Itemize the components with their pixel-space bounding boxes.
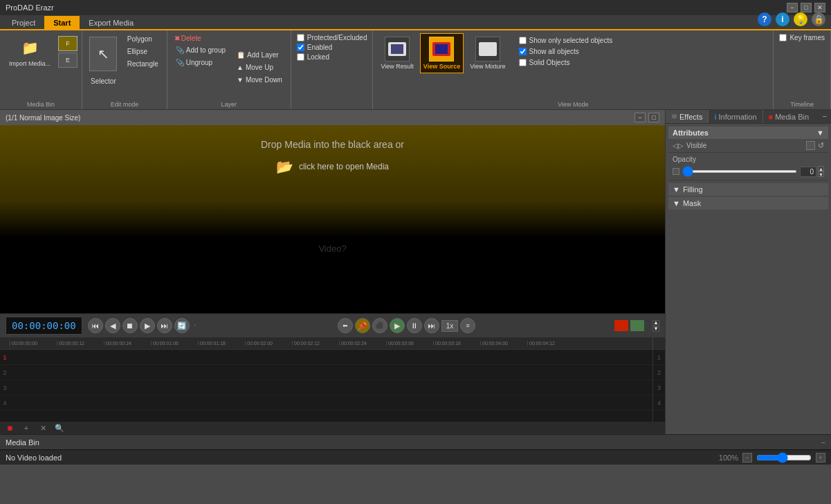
information-tab[interactable]: i Information	[709, 110, 762, 123]
side-controls: ▲ ▼	[652, 320, 659, 332]
view-result-button[interactable]: View Result	[377, 33, 417, 73]
protected-excluded-check[interactable]: Protected/Excluded	[295, 33, 369, 42]
jump-start-btn[interactable]: ⬅	[338, 318, 353, 333]
import-media-button[interactable]: 📁 Import Media...	[4, 33, 55, 71]
enabled-check[interactable]: Enabled	[295, 43, 369, 52]
tab-project[interactable]: Project	[3, 16, 44, 29]
pause-btn[interactable]: ⏸	[407, 318, 422, 333]
visible-refresh[interactable]: ↺	[818, 141, 824, 150]
media-bin-e-btn[interactable]: E	[58, 53, 77, 68]
statusbar: No Video loaded 100% − +	[0, 449, 831, 465]
loop-btn[interactable]: 🔄	[174, 318, 190, 333]
ellipse-tool[interactable]: Ellipse	[123, 46, 163, 57]
more-btn[interactable]: ≡	[460, 318, 475, 333]
attributes-collapse-icon: ▼	[816, 129, 824, 137]
tick-2: 00:00:00:24	[104, 341, 151, 346]
ribbon-group-media-bin: 📁 Import Media... F E Media Bin	[0, 30, 82, 109]
transport-center-btns: ⬅ 📌 ⬛ ▶ ⏸ ⏭ 1x ≡	[338, 318, 476, 333]
fast-forward-btn[interactable]: ⏭	[157, 318, 172, 333]
delete-button[interactable]: ✖ Delete	[172, 33, 230, 44]
ribbon-timeline-content: Key frames	[778, 33, 826, 100]
effects-tab[interactable]: ≋ Effects	[666, 110, 709, 123]
layer-left: ✖ Delete 📎 Add to group 📎 Ungroup	[172, 33, 230, 68]
next-clip-btn[interactable]: ⏭	[424, 318, 439, 333]
stop-btn[interactable]: ⏹	[122, 318, 138, 333]
polygon-tool[interactable]: Polygon	[123, 33, 163, 45]
prev-frame-btn[interactable]: ⏮	[88, 318, 103, 333]
move-up-button[interactable]: ▲ Move Up	[232, 62, 286, 73]
solid-objects-check[interactable]: Solid Objects	[518, 58, 614, 67]
timeline-tool-record[interactable]: ⏺	[4, 422, 15, 433]
tab-start[interactable]: Start	[44, 16, 80, 29]
view-result-icon	[385, 37, 410, 62]
tab-export[interactable]: Export Media	[80, 16, 143, 29]
preview-minimize-btn[interactable]: −	[634, 113, 646, 122]
visible-checkbox[interactable]	[806, 141, 815, 150]
opacity-slider[interactable]	[682, 170, 797, 173]
marker-out-btn[interactable]	[630, 320, 644, 331]
preview-maximize-btn[interactable]: □	[648, 113, 659, 122]
show-all-check[interactable]: Show all objects	[518, 47, 614, 56]
help-icon-tip[interactable]: 💡	[794, 12, 807, 26]
edit-mode-right: Polygon Ellipse Rectangle	[123, 33, 163, 70]
move-down-button[interactable]: ▼ Move Down	[232, 74, 286, 86]
track-content-area	[10, 350, 652, 422]
mask-label: Mask	[683, 199, 701, 207]
jump-btn[interactable]: ⬛	[372, 318, 387, 333]
forward-btn[interactable]: ▶	[140, 318, 155, 333]
main-area: (1/1 Normal Image Size) − □ Drop Media i…	[0, 110, 831, 449]
properties-col: Protected/Excluded Enabled Locked	[295, 33, 369, 62]
timeline-tool-remove[interactable]: ✕	[37, 422, 48, 433]
zoom-in-btn[interactable]: +	[816, 453, 825, 463]
show-only-selected-check[interactable]: Show only selected objects	[518, 36, 614, 45]
add-layer-button[interactable]: 📋 Add Layer	[232, 49, 286, 61]
play-btn[interactable]: ▶	[390, 318, 405, 333]
ribbon-group-timeline: Key frames Timeline	[774, 30, 831, 109]
help-icon-info[interactable]: i	[776, 12, 789, 26]
speed-button[interactable]: 1x	[441, 320, 459, 332]
media-bin-tab-icon: ■	[769, 113, 774, 121]
rectangle-tool[interactable]: Rectangle	[123, 58, 163, 70]
right-panel-close-btn[interactable]: −	[819, 110, 831, 123]
selector-label[interactable]: Selector	[86, 75, 120, 87]
view-mixture-button[interactable]: View Mixture	[466, 33, 509, 73]
zoom-out-btn[interactable]: −	[742, 453, 752, 463]
tick-0: 00:00:00:00	[10, 341, 57, 346]
tick-8: 00:00:03:06	[386, 341, 433, 346]
edit-mode-left: ↖ Selector	[86, 33, 120, 87]
selector-tool[interactable]: ↖	[89, 37, 117, 71]
zoom-slider[interactable]	[756, 452, 812, 463]
view-source-button[interactable]: View Source	[420, 33, 464, 73]
media-bin-tab[interactable]: ■ Media Bin	[763, 110, 815, 123]
video-placeholder-area: Video?	[318, 183, 346, 313]
opacity-up[interactable]: ▲	[818, 166, 824, 171]
collapse-btn[interactable]: ▼	[652, 326, 659, 332]
clip-mark-btn[interactable]: 📌	[355, 318, 370, 333]
timeline-bottom-tools: ⏺ + ✕ 🔍	[0, 422, 665, 434]
attributes-header[interactable]: Attributes ▼	[668, 127, 828, 139]
add-to-group-button[interactable]: 📎 Add to group	[172, 44, 230, 56]
help-icon-question[interactable]: ?	[758, 12, 771, 26]
media-bin-collapse-btn[interactable]: −	[821, 438, 825, 447]
keyframes-check[interactable]: Key frames	[778, 33, 826, 42]
open-media-button[interactable]: 📂 click here to open Media	[276, 158, 389, 175]
marker-in-btn[interactable]	[614, 320, 628, 331]
filling-row[interactable]: ▼ Filling	[668, 183, 828, 196]
opacity-handle[interactable]	[673, 168, 679, 175]
expand-btn[interactable]: ▲	[652, 320, 659, 326]
media-bin-f-btn[interactable]: F	[58, 36, 77, 51]
track-content-3	[10, 380, 652, 395]
transport-left-btns: ⏮ ◀ ⏹ ▶ ⏭ 🔄 *	[88, 318, 199, 333]
mask-row[interactable]: ▼ Mask	[668, 197, 828, 209]
transport-controls: 00:00:00:00 ⏮ ◀ ⏹ ▶ ⏭ 🔄 * ⬅	[0, 314, 665, 337]
locked-check[interactable]: Locked	[295, 53, 369, 62]
timeline-tool-zoom-out[interactable]: 🔍	[54, 422, 65, 433]
view-source-screen-inner	[435, 44, 448, 54]
open-media-label: click here to open Media	[299, 162, 389, 171]
timeline-tool-add[interactable]: +	[21, 422, 32, 433]
ungroup-button[interactable]: 📎 Ungroup	[172, 57, 230, 68]
help-icon-lock[interactable]: 🔒	[812, 12, 825, 26]
ribbon-group-edit-mode: ↖ Selector Polygon Ellipse Rectangle Edi…	[82, 30, 167, 109]
opacity-down[interactable]: ▼	[818, 171, 824, 177]
rewind-btn[interactable]: ◀	[105, 318, 120, 333]
